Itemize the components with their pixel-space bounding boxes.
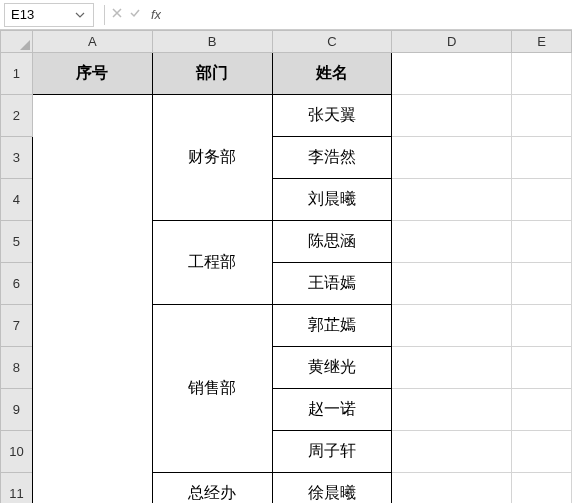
name-box-value: E13 — [11, 7, 73, 22]
col-header-b[interactable]: B — [152, 31, 272, 53]
cell[interactable] — [392, 179, 512, 221]
spreadsheet-grid[interactable]: A B C D E 1 序号 部门 姓名 2 财务部 张天翼 3 李浩然 4 刘… — [0, 30, 572, 503]
cell-a1[interactable]: 序号 — [32, 53, 152, 95]
cell-c1[interactable]: 姓名 — [272, 53, 392, 95]
cell-dept[interactable]: 销售部 — [152, 305, 272, 473]
cell[interactable] — [392, 95, 512, 137]
cell[interactable] — [392, 221, 512, 263]
col-header-d[interactable]: D — [392, 31, 512, 53]
name-box[interactable]: E13 — [4, 3, 94, 27]
cell-name[interactable]: 徐晨曦 — [272, 473, 392, 504]
row-header[interactable]: 11 — [1, 473, 33, 504]
row-header[interactable]: 8 — [1, 347, 33, 389]
cell-name[interactable]: 黄继光 — [272, 347, 392, 389]
cell-b1[interactable]: 部门 — [152, 53, 272, 95]
cell[interactable] — [512, 347, 572, 389]
cell[interactable] — [512, 305, 572, 347]
cell[interactable] — [512, 389, 572, 431]
cell[interactable] — [512, 473, 572, 504]
col-header-c[interactable]: C — [272, 31, 392, 53]
cell[interactable] — [392, 137, 512, 179]
cell-e1[interactable] — [512, 53, 572, 95]
select-all-corner[interactable] — [1, 31, 33, 53]
cell[interactable] — [512, 431, 572, 473]
chevron-down-icon[interactable] — [73, 10, 87, 20]
cell-a-merged[interactable] — [32, 95, 152, 504]
cell[interactable] — [392, 431, 512, 473]
cell-dept[interactable]: 工程部 — [152, 221, 272, 305]
cell[interactable] — [512, 179, 572, 221]
row-header[interactable]: 5 — [1, 221, 33, 263]
cell[interactable] — [392, 389, 512, 431]
accept-icon[interactable] — [129, 7, 141, 22]
row-header[interactable]: 3 — [1, 137, 33, 179]
cell[interactable] — [392, 473, 512, 504]
row-header[interactable]: 7 — [1, 305, 33, 347]
cell[interactable] — [512, 221, 572, 263]
fx-icon[interactable]: fx — [151, 7, 161, 22]
cancel-icon[interactable] — [111, 7, 123, 22]
formula-bar-row: E13 fx — [0, 0, 572, 30]
row-header[interactable]: 10 — [1, 431, 33, 473]
row-header[interactable]: 4 — [1, 179, 33, 221]
cell[interactable] — [512, 95, 572, 137]
cell-d1[interactable] — [392, 53, 512, 95]
row-header[interactable]: 1 — [1, 53, 33, 95]
divider — [104, 5, 105, 25]
cell-dept[interactable]: 总经办 — [152, 473, 272, 504]
cell[interactable] — [392, 263, 512, 305]
cell[interactable] — [512, 137, 572, 179]
row-header[interactable]: 6 — [1, 263, 33, 305]
cell-name[interactable]: 张天翼 — [272, 95, 392, 137]
col-header-a[interactable]: A — [32, 31, 152, 53]
cell[interactable] — [392, 347, 512, 389]
row-header[interactable]: 2 — [1, 95, 33, 137]
formula-actions: fx — [111, 7, 161, 22]
cell-name[interactable]: 郭芷嫣 — [272, 305, 392, 347]
cell-name[interactable]: 陈思涵 — [272, 221, 392, 263]
cell-name[interactable]: 赵一诺 — [272, 389, 392, 431]
cell-name[interactable]: 李浩然 — [272, 137, 392, 179]
cell[interactable] — [512, 263, 572, 305]
cell-name[interactable]: 周子轩 — [272, 431, 392, 473]
formula-input[interactable] — [161, 0, 572, 29]
cell[interactable] — [392, 305, 512, 347]
cell-dept[interactable]: 财务部 — [152, 95, 272, 221]
col-header-e[interactable]: E — [512, 31, 572, 53]
row-header[interactable]: 9 — [1, 389, 33, 431]
cell-name[interactable]: 王语嫣 — [272, 263, 392, 305]
cell-name[interactable]: 刘晨曦 — [272, 179, 392, 221]
